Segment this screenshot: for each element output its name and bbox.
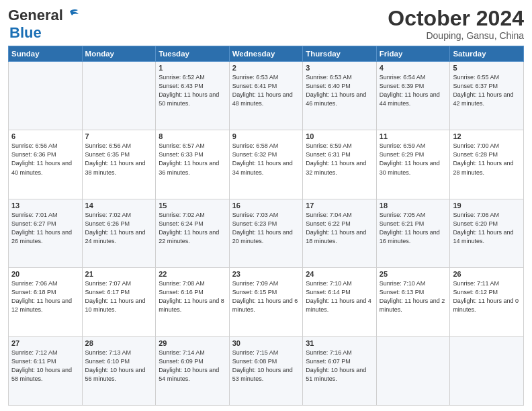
day-info: Sunrise: 7:02 AMSunset: 6:24 PMDaylight:… bbox=[159, 211, 226, 246]
calendar-cell: 21Sunrise: 7:07 AMSunset: 6:17 PMDayligh… bbox=[82, 268, 156, 336]
calendar-cell: 27Sunrise: 7:12 AMSunset: 6:11 PMDayligh… bbox=[9, 336, 83, 405]
day-info: Sunrise: 7:14 AMSunset: 6:09 PMDaylight:… bbox=[159, 349, 226, 383]
day-number: 24 bbox=[306, 270, 373, 278]
day-number: 19 bbox=[453, 201, 521, 210]
calendar-cell: 20Sunrise: 7:06 AMSunset: 6:18 PMDayligh… bbox=[9, 268, 83, 336]
day-number: 27 bbox=[11, 339, 79, 347]
calendar-cell: 22Sunrise: 7:08 AMSunset: 6:16 PMDayligh… bbox=[156, 268, 230, 336]
calendar-cell: 3Sunrise: 6:53 AMSunset: 6:40 PMDaylight… bbox=[303, 62, 377, 130]
day-info: Sunrise: 6:53 AMSunset: 6:40 PMDaylight:… bbox=[306, 73, 373, 108]
day-info: Sunrise: 6:53 AMSunset: 6:41 PMDaylight:… bbox=[232, 73, 300, 108]
month-title: October 2024 bbox=[388, 7, 524, 30]
day-number: 4 bbox=[380, 64, 447, 72]
day-number: 30 bbox=[232, 339, 300, 347]
week-row-3: 13Sunrise: 7:01 AMSunset: 6:27 PMDayligh… bbox=[9, 199, 524, 267]
day-info: Sunrise: 6:56 AMSunset: 6:36 PMDaylight:… bbox=[11, 142, 79, 177]
day-number: 29 bbox=[159, 339, 226, 347]
weekday-header-row: SundayMondayTuesdayWednesdayThursdayFrid… bbox=[9, 46, 524, 62]
calendar-cell: 16Sunrise: 7:03 AMSunset: 6:23 PMDayligh… bbox=[229, 199, 303, 267]
weekday-header-wednesday: Wednesday bbox=[229, 46, 303, 62]
day-number: 8 bbox=[159, 132, 226, 140]
weekday-header-thursday: Thursday bbox=[303, 46, 377, 62]
day-info: Sunrise: 7:16 AMSunset: 6:07 PMDaylight:… bbox=[306, 349, 373, 383]
day-number: 1 bbox=[159, 64, 226, 72]
calendar-container: General Blue October 2024 Douping, Gansu… bbox=[0, 0, 532, 411]
logo-blue: Blue bbox=[9, 24, 42, 41]
day-info: Sunrise: 7:10 AMSunset: 6:13 PMDaylight:… bbox=[380, 279, 447, 314]
calendar-cell: 4Sunrise: 6:54 AMSunset: 6:39 PMDaylight… bbox=[376, 62, 450, 130]
week-row-4: 20Sunrise: 7:06 AMSunset: 6:18 PMDayligh… bbox=[9, 268, 524, 336]
day-number: 15 bbox=[159, 201, 226, 210]
day-info: Sunrise: 7:09 AMSunset: 6:15 PMDaylight:… bbox=[232, 279, 300, 314]
weekday-header-saturday: Saturday bbox=[450, 46, 524, 62]
calendar-cell: 17Sunrise: 7:04 AMSunset: 6:22 PMDayligh… bbox=[303, 199, 377, 267]
calendar-cell: 18Sunrise: 7:05 AMSunset: 6:21 PMDayligh… bbox=[376, 199, 450, 267]
weekday-header-friday: Friday bbox=[376, 46, 450, 62]
day-info: Sunrise: 7:04 AMSunset: 6:22 PMDaylight:… bbox=[306, 211, 373, 246]
day-number: 12 bbox=[453, 132, 521, 140]
calendar-cell: 6Sunrise: 6:56 AMSunset: 6:36 PMDaylight… bbox=[9, 130, 83, 199]
day-info: Sunrise: 7:06 AMSunset: 6:20 PMDaylight:… bbox=[453, 211, 521, 246]
calendar-cell: 23Sunrise: 7:09 AMSunset: 6:15 PMDayligh… bbox=[229, 268, 303, 336]
day-info: Sunrise: 7:13 AMSunset: 6:10 PMDaylight:… bbox=[85, 349, 153, 383]
day-info: Sunrise: 6:57 AMSunset: 6:33 PMDaylight:… bbox=[159, 142, 226, 177]
calendar-cell: 12Sunrise: 7:00 AMSunset: 6:28 PMDayligh… bbox=[450, 130, 524, 199]
day-info: Sunrise: 7:07 AMSunset: 6:17 PMDaylight:… bbox=[85, 279, 153, 314]
day-info: Sunrise: 7:02 AMSunset: 6:26 PMDaylight:… bbox=[85, 211, 153, 246]
day-info: Sunrise: 6:55 AMSunset: 6:37 PMDaylight:… bbox=[453, 73, 521, 108]
day-number: 18 bbox=[380, 201, 447, 210]
day-number: 10 bbox=[306, 132, 373, 140]
logo: General Blue bbox=[8, 7, 79, 42]
day-number: 7 bbox=[85, 132, 153, 140]
day-info: Sunrise: 7:10 AMSunset: 6:14 PMDaylight:… bbox=[306, 279, 373, 314]
day-number: 31 bbox=[306, 339, 373, 347]
title-area: October 2024 Douping, Gansu, China bbox=[388, 7, 524, 41]
day-info: Sunrise: 6:52 AMSunset: 6:43 PMDaylight:… bbox=[159, 73, 226, 108]
calendar-cell: 29Sunrise: 7:14 AMSunset: 6:09 PMDayligh… bbox=[156, 336, 230, 405]
day-info: Sunrise: 7:12 AMSunset: 6:11 PMDaylight:… bbox=[11, 349, 79, 383]
calendar-cell: 14Sunrise: 7:02 AMSunset: 6:26 PMDayligh… bbox=[82, 199, 156, 267]
day-info: Sunrise: 7:03 AMSunset: 6:23 PMDaylight:… bbox=[232, 211, 300, 246]
calendar-cell: 11Sunrise: 6:59 AMSunset: 6:29 PMDayligh… bbox=[376, 130, 450, 199]
day-number: 14 bbox=[85, 201, 153, 210]
day-number: 26 bbox=[453, 270, 521, 278]
calendar-table: SundayMondayTuesdayWednesdayThursdayFrid… bbox=[8, 46, 524, 406]
calendar-cell: 8Sunrise: 6:57 AMSunset: 6:33 PMDaylight… bbox=[156, 130, 230, 199]
day-info: Sunrise: 6:54 AMSunset: 6:39 PMDaylight:… bbox=[380, 73, 447, 108]
calendar-cell: 7Sunrise: 6:56 AMSunset: 6:35 PMDaylight… bbox=[82, 130, 156, 199]
day-number: 16 bbox=[232, 201, 300, 210]
calendar-cell: 24Sunrise: 7:10 AMSunset: 6:14 PMDayligh… bbox=[303, 268, 377, 336]
day-number: 17 bbox=[306, 201, 373, 210]
day-info: Sunrise: 6:58 AMSunset: 6:32 PMDaylight:… bbox=[232, 142, 300, 177]
calendar-cell: 15Sunrise: 7:02 AMSunset: 6:24 PMDayligh… bbox=[156, 199, 230, 267]
calendar-cell: 30Sunrise: 7:15 AMSunset: 6:08 PMDayligh… bbox=[229, 336, 303, 405]
calendar-cell: 26Sunrise: 7:11 AMSunset: 6:12 PMDayligh… bbox=[450, 268, 524, 336]
day-info: Sunrise: 7:11 AMSunset: 6:12 PMDaylight:… bbox=[453, 279, 521, 314]
week-row-5: 27Sunrise: 7:12 AMSunset: 6:11 PMDayligh… bbox=[9, 336, 524, 405]
calendar-cell bbox=[450, 336, 524, 405]
day-number: 25 bbox=[380, 270, 447, 278]
calendar-cell: 28Sunrise: 7:13 AMSunset: 6:10 PMDayligh… bbox=[82, 336, 156, 405]
day-info: Sunrise: 7:00 AMSunset: 6:28 PMDaylight:… bbox=[453, 142, 521, 177]
day-number: 6 bbox=[11, 132, 79, 140]
day-info: Sunrise: 6:59 AMSunset: 6:31 PMDaylight:… bbox=[306, 142, 373, 177]
calendar-cell: 25Sunrise: 7:10 AMSunset: 6:13 PMDayligh… bbox=[376, 268, 450, 336]
logo-general: General bbox=[8, 7, 63, 24]
weekday-header-tuesday: Tuesday bbox=[156, 46, 230, 62]
logo-bird-icon bbox=[64, 9, 79, 22]
day-info: Sunrise: 7:08 AMSunset: 6:16 PMDaylight:… bbox=[159, 279, 226, 314]
day-number: 2 bbox=[232, 64, 300, 72]
day-info: Sunrise: 7:01 AMSunset: 6:27 PMDaylight:… bbox=[11, 211, 79, 246]
calendar-cell: 2Sunrise: 6:53 AMSunset: 6:41 PMDaylight… bbox=[229, 62, 303, 130]
weekday-header-sunday: Sunday bbox=[9, 46, 83, 62]
header: General Blue October 2024 Douping, Gansu… bbox=[8, 7, 524, 42]
calendar-cell bbox=[9, 62, 83, 130]
calendar-cell: 19Sunrise: 7:06 AMSunset: 6:20 PMDayligh… bbox=[450, 199, 524, 267]
day-number: 20 bbox=[11, 270, 79, 278]
calendar-cell: 5Sunrise: 6:55 AMSunset: 6:37 PMDaylight… bbox=[450, 62, 524, 130]
calendar-cell: 31Sunrise: 7:16 AMSunset: 6:07 PMDayligh… bbox=[303, 336, 377, 405]
day-number: 3 bbox=[306, 64, 373, 72]
calendar-cell bbox=[376, 336, 450, 405]
day-number: 22 bbox=[159, 270, 226, 278]
day-number: 13 bbox=[11, 201, 79, 210]
